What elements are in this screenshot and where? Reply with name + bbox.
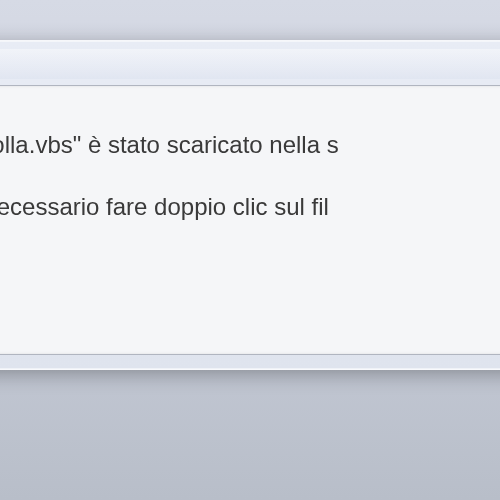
- message-line-1: ontrolla.vbs" è stato scaricato nella s: [0, 126, 500, 164]
- dialog-window: ontrolla.vbs" è stato scaricato nella s …: [0, 40, 500, 370]
- dialog-titlebar[interactable]: [0, 49, 500, 79]
- message-line-2: , è necessario fare doppio clic sul fil: [0, 188, 500, 226]
- dialog-content: ontrolla.vbs" è stato scaricato nella s …: [0, 85, 500, 355]
